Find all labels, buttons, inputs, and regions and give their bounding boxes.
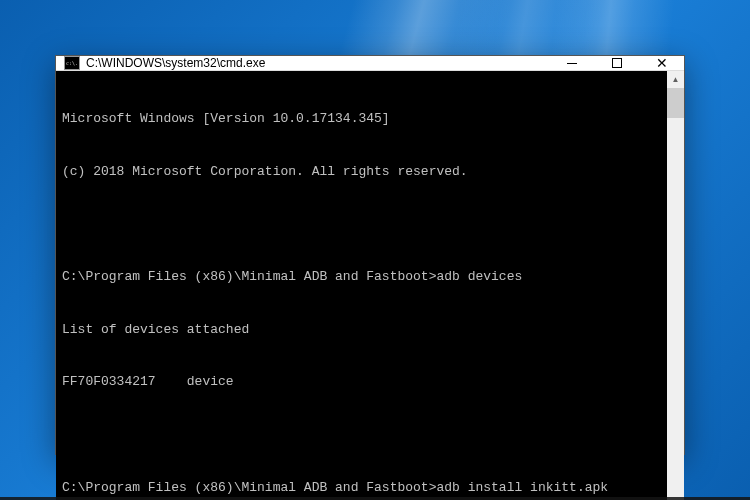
terminal-line — [62, 215, 661, 233]
terminal-line: C:\Program Files (x86)\Minimal ADB and F… — [62, 479, 661, 497]
maximize-icon — [612, 58, 622, 68]
window-controls: ✕ — [549, 56, 684, 70]
scroll-thumb[interactable] — [667, 88, 684, 118]
minimize-icon — [567, 63, 577, 64]
maximize-button[interactable] — [594, 56, 639, 70]
terminal-line: (c) 2018 Microsoft Corporation. All righ… — [62, 163, 661, 181]
terminal-line — [62, 426, 661, 444]
scroll-up-button[interactable]: ▲ — [667, 71, 684, 88]
cmd-window: C:\WINDOWS\system32\cmd.exe ✕ Microsoft … — [55, 55, 685, 455]
scroll-track[interactable] — [667, 88, 684, 500]
window-title: C:\WINDOWS\system32\cmd.exe — [86, 56, 549, 70]
terminal-line: FF70F0334217 device — [62, 373, 661, 391]
titlebar[interactable]: C:\WINDOWS\system32\cmd.exe ✕ — [56, 56, 684, 71]
vertical-scrollbar[interactable]: ▲ ▼ — [667, 71, 684, 500]
minimize-button[interactable] — [549, 56, 594, 70]
terminal-content[interactable]: Microsoft Windows [Version 10.0.17134.34… — [56, 71, 667, 500]
terminal-line: List of devices attached — [62, 321, 661, 339]
terminal-line: Microsoft Windows [Version 10.0.17134.34… — [62, 110, 661, 128]
cmd-icon — [64, 56, 80, 70]
close-button[interactable]: ✕ — [639, 56, 684, 70]
terminal-line: C:\Program Files (x86)\Minimal ADB and F… — [62, 268, 661, 286]
terminal-body: Microsoft Windows [Version 10.0.17134.34… — [56, 71, 684, 500]
close-icon: ✕ — [656, 56, 668, 70]
